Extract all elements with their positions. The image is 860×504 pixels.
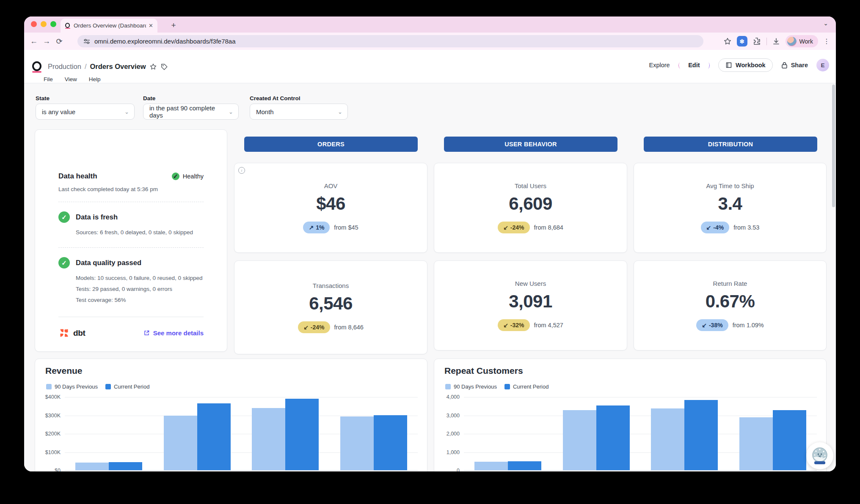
app-header: Production / Orders Overview File View H…	[24, 50, 836, 83]
browser-tab[interactable]: Orders Overview (Dashboard) ✕	[61, 19, 157, 33]
trend-arrow-icon: ↗	[309, 224, 314, 231]
section-header-user-behavior[interactable]: USER BEHAVIOR	[444, 137, 617, 152]
explore-button[interactable]: Explore	[649, 62, 670, 68]
y-axis-tick: 1,000	[447, 449, 460, 455]
health-status-badge: ✓ Healthy	[172, 173, 204, 180]
bar-group	[241, 397, 330, 470]
share-button[interactable]: Share	[781, 62, 808, 69]
filter-dropdown-created-at[interactable]: Month⌄	[250, 104, 348, 120]
menu-view[interactable]: View	[65, 76, 77, 82]
download-icon[interactable]	[772, 37, 780, 46]
legend-swatch	[445, 384, 451, 389]
chart-legend: 90 Days Previous Current Period	[46, 383, 149, 390]
user-avatar[interactable]: E	[816, 59, 829, 71]
legend-swatch	[504, 384, 510, 389]
extension-icon[interactable]: ✽	[737, 36, 747, 47]
y-axis-labels: $0$100K$200K$300K$400K	[40, 397, 61, 470]
chevron-down-icon: ⌄	[229, 109, 233, 115]
kpi-comparison: from $45	[334, 224, 358, 231]
edit-button[interactable]: Edit	[678, 61, 710, 70]
chart-title: Revenue	[45, 366, 83, 376]
bar-90-days-previous[interactable]	[252, 408, 285, 470]
minimize-window-button[interactable]	[41, 21, 47, 27]
kpi-value: 0.67%	[706, 291, 755, 312]
breadcrumb-folder[interactable]: Production	[48, 63, 81, 71]
y-axis-tick: 2,000	[447, 431, 460, 437]
bar-current-period[interactable]	[285, 399, 319, 470]
kpi-card-avg-time-to-ship: Avg Time to Ship 3.4 ↙-4% from 3.53	[634, 163, 827, 253]
check-title: Data is fresh	[76, 213, 118, 221]
forward-button[interactable]: →	[40, 35, 53, 48]
menu-file[interactable]: File	[44, 76, 53, 82]
favorite-star-icon[interactable]	[149, 63, 157, 71]
y-axis-tick: 4,000	[447, 394, 460, 400]
bar-90-days-previous[interactable]	[563, 410, 596, 470]
info-icon[interactable]: i	[238, 167, 245, 174]
divider	[58, 202, 204, 202]
maximize-window-button[interactable]	[50, 21, 56, 27]
y-axis-tick: $100K	[45, 449, 61, 455]
check-detail: Test coverage: 56%	[76, 295, 204, 306]
close-window-button[interactable]	[31, 21, 37, 27]
bar-90-days-previous[interactable]	[474, 462, 508, 470]
see-more-details-link[interactable]: See more details	[143, 329, 204, 337]
y-axis-tick: $300K	[45, 413, 61, 419]
assistant-chat-button[interactable]	[806, 442, 833, 469]
filter-dropdown-state[interactable]: is any value⌄	[36, 104, 135, 120]
section-header-orders[interactable]: ORDERS	[244, 137, 418, 152]
kpi-label: AOV	[324, 182, 338, 189]
tag-icon[interactable]	[160, 63, 168, 71]
y-axis-tick: $400K	[45, 394, 61, 400]
data-health-title: Data health	[58, 172, 97, 181]
bar-90-days-previous[interactable]	[651, 408, 684, 470]
delta-badge: ↙-38%	[696, 319, 728, 331]
new-tab-button[interactable]: +	[167, 19, 180, 32]
bar-current-period[interactable]	[596, 405, 630, 470]
tab-close-icon[interactable]: ✕	[149, 22, 153, 29]
site-settings-icon[interactable]	[83, 38, 90, 45]
omni-logo[interactable]	[31, 61, 42, 72]
filter-dropdown-date[interactable]: in the past 90 complete days⌄	[143, 104, 239, 120]
address-bar[interactable]: omni.demo.exploreomni.dev/dashboards/f3f…	[77, 35, 703, 47]
bar-group	[552, 397, 641, 470]
kpi-card-new-users: New Users 3,091 ↙-32% from 4,527	[434, 260, 627, 351]
section-header-distribution[interactable]: DISTRIBUTION	[644, 137, 817, 152]
trend-arrow-icon: ↙	[503, 322, 508, 329]
browser-profile-chip[interactable]: Work	[786, 35, 818, 47]
bar-current-period[interactable]	[197, 403, 231, 470]
bar-current-period[interactable]	[374, 415, 407, 471]
menu-help[interactable]: Help	[89, 76, 101, 82]
book-icon	[725, 62, 732, 68]
bar-current-period[interactable]	[109, 462, 142, 470]
kpi-card-return-rate: Return Rate 0.67% ↙-38% from 1.09%	[634, 260, 827, 351]
toolbar-divider	[766, 38, 767, 45]
bar-current-period[interactable]	[684, 400, 718, 470]
check-icon: ✓	[172, 173, 179, 180]
bar-90-days-previous[interactable]	[340, 416, 374, 470]
tab-title: Orders Overview (Dashboard)	[74, 22, 146, 29]
browser-menu-icon[interactable]: ⋮	[823, 37, 830, 45]
workbook-button[interactable]: Workbook	[718, 58, 773, 72]
bar-current-period[interactable]	[773, 410, 806, 470]
back-button[interactable]: ←	[28, 35, 40, 48]
external-link-icon	[143, 330, 150, 336]
check-icon: ✓	[58, 211, 70, 223]
bar-90-days-previous[interactable]	[75, 463, 109, 470]
extensions-puzzle-icon[interactable]	[752, 37, 761, 46]
scrollbar-thumb[interactable]	[832, 85, 835, 207]
reload-button[interactable]: ⟳	[53, 35, 66, 48]
trend-arrow-icon: ↙	[303, 324, 309, 331]
kpi-value: $46	[316, 194, 345, 214]
bar-group	[330, 397, 418, 470]
omni-favicon-icon	[65, 23, 70, 28]
kpi-value: 3.4	[718, 194, 742, 214]
bar-current-period[interactable]	[508, 461, 541, 470]
bookmark-star-icon[interactable]	[723, 37, 732, 46]
trend-arrow-icon: ↙	[706, 224, 711, 231]
delta-badge: ↙-4%	[701, 222, 730, 233]
check-detail: Sources: 6 fresh, 0 delayed, 0 stale, 0 …	[76, 227, 204, 238]
legend-item-current: Current Period	[504, 383, 549, 390]
bar-90-days-previous[interactable]	[739, 417, 773, 470]
tab-search-chevron-icon[interactable]: ⌄	[823, 20, 828, 27]
bar-90-days-previous[interactable]	[164, 416, 197, 470]
